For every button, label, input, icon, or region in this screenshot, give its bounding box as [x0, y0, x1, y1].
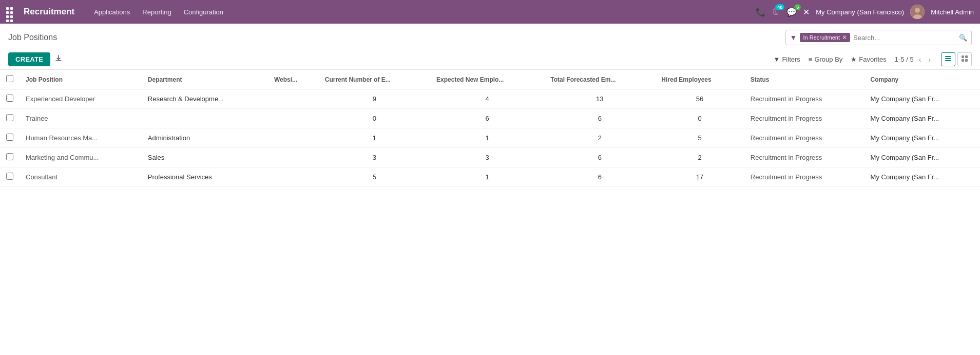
cell-website	[268, 148, 319, 167]
calendar-icon[interactable]: 🗓 48	[772, 7, 780, 16]
topnav: Recruitment Applications Reporting Confi…	[0, 0, 980, 24]
star-icon: ★	[851, 55, 857, 63]
toolbar: CREATE ▼ Filters ≡ Group By ★ Favorites …	[0, 49, 980, 70]
cell-hired-employees: 5	[655, 128, 744, 148]
kanban-view-button[interactable]	[957, 52, 972, 66]
create-button[interactable]: CREATE	[8, 52, 50, 66]
col-expected-new[interactable]: Expected New Emplo...	[430, 70, 544, 89]
search-bar: ▼ In Recruitment ✕ 🔍	[785, 30, 972, 45]
cell-job-position[interactable]: Experienced Developer	[20, 89, 142, 109]
content-area: Job Positions ▼ In Recruitment ✕ 🔍 CREAT…	[0, 24, 980, 355]
col-total-forecasted[interactable]: Total Forecasted Em...	[544, 70, 655, 89]
col-job-position[interactable]: Job Position	[20, 70, 142, 89]
list-view-button[interactable]	[941, 52, 955, 66]
row-checkbox[interactable]	[6, 134, 13, 141]
cell-job-position[interactable]: Human Resources Ma...	[20, 128, 142, 148]
chat-icon[interactable]: 💬 5	[786, 7, 797, 17]
cell-company: My Company (San Fr...	[864, 109, 980, 128]
table-row[interactable]: Trainee 0 6 6 0 Recruitment in Progress …	[0, 109, 980, 128]
svg-rect-4	[945, 58, 951, 59]
cell-total-forecasted: 13	[544, 89, 655, 109]
row-checkbox[interactable]	[6, 173, 13, 180]
cell-hired-employees: 17	[655, 167, 744, 187]
select-all-header[interactable]	[0, 70, 20, 89]
row-checkbox-cell[interactable]	[0, 89, 20, 109]
data-table: Job Position Department Websi... Current…	[0, 70, 980, 187]
cell-job-position[interactable]: Trainee	[20, 109, 142, 128]
page-title: Job Positions	[8, 33, 779, 42]
cell-website	[268, 128, 319, 148]
cell-job-position[interactable]: Consultant	[20, 167, 142, 187]
row-checkbox-cell[interactable]	[0, 109, 20, 128]
nav-reporting[interactable]: Reporting	[137, 5, 176, 19]
svg-rect-6	[962, 55, 964, 58]
table-header-row: Job Position Department Websi... Current…	[0, 70, 980, 89]
col-department[interactable]: Department	[142, 70, 268, 89]
cell-total-forecasted: 6	[544, 167, 655, 187]
cell-current-employees: 0	[319, 109, 430, 128]
cell-status: Recruitment in Progress	[744, 128, 864, 148]
favorites-button[interactable]: ★ Favorites	[851, 55, 886, 63]
cell-department: Professional Services	[142, 167, 268, 187]
select-all-checkbox[interactable]	[6, 75, 13, 82]
row-checkbox[interactable]	[6, 153, 13, 160]
cell-hired-employees: 0	[655, 109, 744, 128]
table-row[interactable]: Experienced Developer Research & Develop…	[0, 89, 980, 109]
filter-label: In Recruitment	[803, 34, 840, 41]
cell-total-forecasted: 6	[544, 148, 655, 167]
user-avatar[interactable]	[910, 5, 925, 19]
cell-job-position[interactable]: Marketing and Commu...	[20, 148, 142, 167]
svg-rect-8	[962, 59, 964, 62]
next-page-button[interactable]: ›	[926, 54, 933, 65]
filter-remove-icon[interactable]: ✕	[842, 34, 847, 41]
cell-department: Administration	[142, 128, 268, 148]
row-checkbox-cell[interactable]	[0, 148, 20, 167]
table-row[interactable]: Marketing and Commu... Sales 3 3 6 2 Rec…	[0, 148, 980, 167]
cell-total-forecasted: 2	[544, 128, 655, 148]
search-input[interactable]	[853, 34, 956, 42]
phone-icon[interactable]: 📞	[756, 7, 766, 17]
nav-applications[interactable]: Applications	[89, 5, 135, 19]
cell-company: My Company (San Fr...	[864, 167, 980, 187]
cell-department	[142, 109, 268, 128]
table-row[interactable]: Human Resources Ma... Administration 1 1…	[0, 128, 980, 148]
row-checkbox[interactable]	[6, 95, 13, 102]
search-icon[interactable]: 🔍	[959, 34, 967, 42]
row-checkbox[interactable]	[6, 114, 13, 121]
row-checkbox-cell[interactable]	[0, 167, 20, 187]
download-button[interactable]	[54, 54, 63, 65]
table-row[interactable]: Consultant Professional Services 5 1 6 1…	[0, 167, 980, 187]
filter-funnel-icon: ▼	[790, 33, 797, 42]
company-name: My Company (San Francisco)	[816, 8, 904, 16]
svg-rect-9	[965, 59, 968, 62]
cell-expected-new: 1	[430, 167, 544, 187]
col-status[interactable]: Status	[744, 70, 864, 89]
pagination: 1-5 / 5 ‹ ›	[895, 54, 933, 65]
groupby-button[interactable]: ≡ Group By	[809, 55, 843, 63]
cell-current-employees: 9	[319, 89, 430, 109]
cell-expected-new: 4	[430, 89, 544, 109]
close-icon[interactable]: ✕	[803, 7, 810, 17]
topnav-right: 📞 🗓 48 💬 5 ✕ My Company (San Francisco) …	[756, 5, 974, 19]
row-checkbox-cell[interactable]	[0, 128, 20, 148]
col-company[interactable]: Company	[864, 70, 980, 89]
cell-current-employees: 5	[319, 167, 430, 187]
grid-menu-icon[interactable]	[6, 7, 15, 16]
cell-current-employees: 1	[319, 128, 430, 148]
user-name[interactable]: Mitchell Admin	[931, 8, 974, 16]
cell-company: My Company (San Fr...	[864, 128, 980, 148]
cell-department: Research & Developme...	[142, 89, 268, 109]
cell-website	[268, 167, 319, 187]
filters-button[interactable]: ▼ Filters	[774, 55, 800, 63]
cell-status: Recruitment in Progress	[744, 167, 864, 187]
cell-status: Recruitment in Progress	[744, 148, 864, 167]
col-hired-employees[interactable]: Hired Employees	[655, 70, 744, 89]
cell-hired-employees: 56	[655, 89, 744, 109]
prev-page-button[interactable]: ‹	[917, 54, 924, 65]
col-current-employees[interactable]: Current Number of E...	[319, 70, 430, 89]
col-website[interactable]: Websi...	[268, 70, 319, 89]
svg-rect-5	[945, 60, 951, 61]
cell-website	[268, 109, 319, 128]
nav-configuration[interactable]: Configuration	[179, 5, 228, 19]
cell-status: Recruitment in Progress	[744, 89, 864, 109]
